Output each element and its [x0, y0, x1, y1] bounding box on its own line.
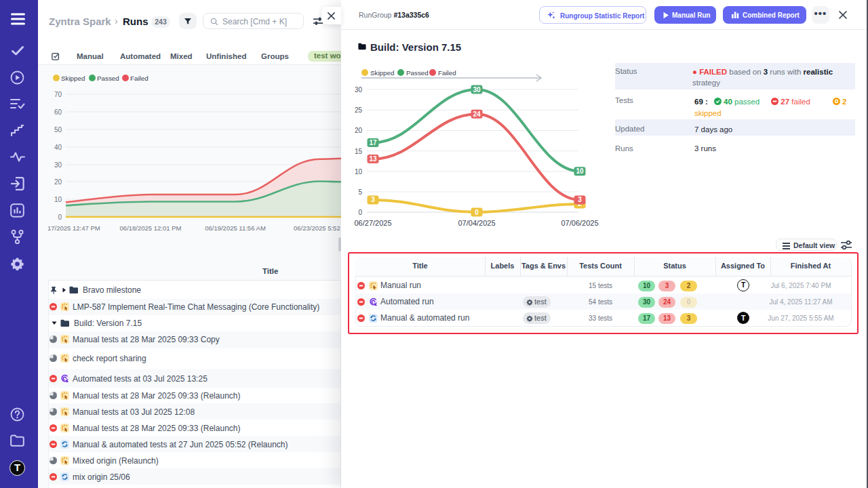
- svg-text:5: 5: [358, 188, 362, 196]
- svg-text:07/06/2025: 07/06/2025: [561, 219, 598, 227]
- svg-text:07/04/2025: 07/04/2025: [458, 219, 495, 227]
- svg-text:17: 17: [369, 139, 377, 146]
- svg-text:25: 25: [355, 106, 363, 114]
- svg-text:Failed: Failed: [438, 69, 456, 77]
- svg-text:0: 0: [358, 209, 362, 216]
- svg-text:Skipped: Skipped: [370, 69, 394, 77]
- svg-text:30: 30: [473, 86, 481, 94]
- svg-text:0: 0: [475, 209, 479, 216]
- svg-text:Passed: Passed: [406, 69, 429, 77]
- svg-text:10: 10: [576, 167, 584, 175]
- svg-text:24: 24: [473, 110, 481, 118]
- svg-text:3: 3: [578, 196, 582, 203]
- svg-text:06/27/2025: 06/27/2025: [354, 219, 391, 227]
- svg-text:20: 20: [355, 127, 363, 134]
- svg-text:3: 3: [371, 196, 375, 203]
- svg-text:30: 30: [355, 86, 363, 94]
- svg-text:10: 10: [355, 168, 363, 176]
- svg-text:13: 13: [369, 155, 377, 163]
- svg-text:15: 15: [355, 148, 363, 155]
